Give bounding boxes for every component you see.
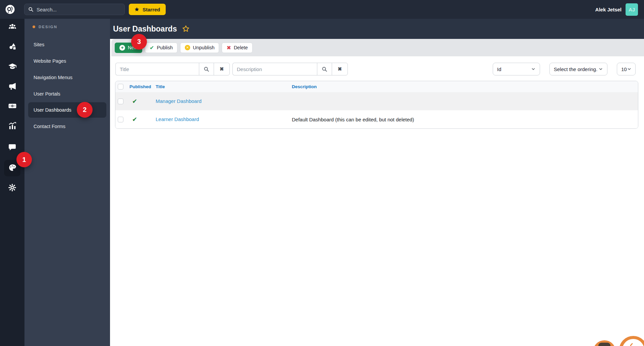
- published-check-icon: ✔: [127, 98, 156, 105]
- design-sidebar: DESIGN Sites Website Pages Navigation Me…: [24, 19, 110, 346]
- shapes-icon: [8, 42, 16, 52]
- sidebar-item-navigation-menus[interactable]: Navigation Menus: [28, 70, 106, 85]
- action-toolbar: + New ✔ Publish ✕ Unpublish ✖ Delete: [111, 39, 644, 56]
- filter-row: ✖ ✖ Id Select the ordering. 10: [115, 63, 636, 75]
- chevron-down-icon: [531, 67, 536, 71]
- chart-icon: [8, 121, 17, 131]
- chat-icon: [8, 143, 16, 153]
- sidebar-item-contact-forms[interactable]: Contact Forms: [28, 119, 106, 134]
- step-badge-1: 1: [16, 152, 32, 167]
- search-input[interactable]: [37, 7, 121, 12]
- unpublish-button[interactable]: ✕ Unpublish: [180, 43, 219, 53]
- ordering-value: Select the ordering.: [554, 66, 597, 72]
- circle-x-icon: ✕: [185, 45, 190, 50]
- table-header-row: Published Title Description: [115, 81, 638, 92]
- sidebar-item-label: User Portals: [34, 91, 60, 97]
- clear-x-icon: ✖: [338, 66, 342, 72]
- publish-button[interactable]: ✔ Publish: [145, 43, 177, 53]
- column-header-title[interactable]: Title: [156, 84, 292, 89]
- row-checkbox[interactable]: [118, 99, 123, 104]
- clear-x-icon: ✖: [220, 66, 224, 72]
- global-search: [24, 4, 125, 15]
- description-filter-group: ✖: [232, 63, 348, 75]
- chevron-down-icon: [627, 67, 632, 71]
- user-name: Alek Jetsel: [595, 7, 622, 12]
- plus-icon: +: [119, 45, 125, 51]
- id-sort-value: Id: [497, 66, 501, 72]
- sidebar-item-label: User Dashboards: [34, 107, 71, 113]
- row-checkbox[interactable]: [118, 117, 123, 122]
- sidebar-item-user-dashboards[interactable]: User Dashboards: [28, 102, 106, 118]
- main-content: User Dashboards + New ✔ Publish ✕ Unpubl…: [110, 19, 644, 346]
- delete-button-label: Delete: [234, 45, 248, 50]
- search-icon: [28, 7, 34, 12]
- title-filter-group: ✖: [115, 63, 230, 75]
- starred-label: Starred: [143, 7, 160, 12]
- top-bar: Starred Alek Jetsel AJ: [0, 0, 644, 19]
- palette-icon: [8, 163, 17, 173]
- search-icon: [322, 66, 327, 72]
- column-header-published[interactable]: Published: [127, 84, 156, 89]
- column-header-description[interactable]: Description: [292, 84, 638, 89]
- elephant-outline-icon: [622, 339, 644, 346]
- page-size-value: 10: [621, 66, 627, 72]
- delete-button[interactable]: ✖ Delete: [222, 43, 252, 53]
- sidebar-section-design: DESIGN: [33, 25, 57, 29]
- rail-item-users[interactable]: [0, 20, 24, 35]
- title-clear-button[interactable]: ✖: [214, 63, 230, 75]
- sidebar-item-label: Sites: [34, 42, 44, 47]
- dashboard-link[interactable]: Learner Dashboard: [156, 116, 199, 122]
- star-filled-icon: [134, 7, 140, 12]
- chat-bubble-icon: [598, 343, 610, 346]
- sidebar-item-label: Navigation Menus: [34, 75, 72, 80]
- sidebar-item-website-pages[interactable]: Website Pages: [28, 53, 106, 69]
- description-clear-button[interactable]: ✖: [332, 63, 348, 75]
- chevron-down-icon: [598, 67, 603, 71]
- table-row: ✔ Manager Dashboard: [115, 92, 638, 110]
- select-all-checkbox[interactable]: [118, 84, 123, 90]
- page-header: User Dashboards: [110, 19, 644, 39]
- step-badge-3: 3: [131, 34, 147, 50]
- id-sort-select[interactable]: Id: [493, 63, 540, 75]
- sidebar-item-label: Website Pages: [34, 58, 66, 64]
- money-icon: [8, 102, 17, 112]
- rail-item-analytics[interactable]: [0, 119, 24, 134]
- section-dot-icon: [33, 25, 35, 28]
- x-icon: ✖: [226, 45, 231, 51]
- step-badge-2: 2: [77, 102, 93, 118]
- icon-rail: [0, 19, 24, 346]
- description-search-button[interactable]: [317, 63, 332, 75]
- starred-button[interactable]: Starred: [129, 4, 166, 15]
- elephant-logo-icon[interactable]: [5, 4, 15, 15]
- users-icon: [8, 22, 17, 33]
- rail-item-learning[interactable]: [0, 60, 24, 74]
- graduation-cap-icon: [8, 62, 17, 72]
- title-search-button[interactable]: [199, 63, 214, 75]
- page-size-select[interactable]: 10: [617, 63, 636, 75]
- rail-item-content[interactable]: [0, 40, 24, 54]
- dashboards-table: Published Title Description ✔ Manager Da…: [115, 81, 638, 129]
- gear-icon: [8, 183, 16, 193]
- check-icon: ✔: [150, 45, 154, 51]
- sidebar-item-label: Contact Forms: [34, 124, 65, 129]
- title-filter-input[interactable]: [115, 63, 199, 75]
- page-title: User Dashboards: [113, 24, 177, 34]
- rail-item-settings[interactable]: [0, 181, 24, 195]
- megaphone-icon: [8, 82, 17, 92]
- dashboard-link[interactable]: Manager Dashboard: [156, 98, 202, 104]
- description-filter-input[interactable]: [232, 63, 317, 75]
- sidebar-item-user-portals[interactable]: User Portals: [28, 86, 106, 102]
- sidebar-item-sites[interactable]: Sites: [28, 37, 106, 52]
- rail-item-marketing[interactable]: [0, 79, 24, 94]
- ordering-select[interactable]: Select the ordering.: [549, 63, 607, 75]
- user-avatar[interactable]: AJ: [626, 3, 638, 16]
- section-label: DESIGN: [39, 25, 57, 29]
- rail-item-billing[interactable]: [0, 99, 24, 114]
- publish-button-label: Publish: [157, 45, 173, 50]
- table-row: ✔ Learner Dashboard Default Dashboard (t…: [115, 110, 638, 128]
- unpublish-button-label: Unpublish: [193, 45, 215, 50]
- favorite-star-icon[interactable]: [182, 25, 190, 33]
- dashboard-description: Default Dashboard (this can be edited, b…: [292, 117, 638, 122]
- published-check-icon: ✔: [127, 116, 156, 123]
- app-window: Starred Alek Jetsel AJ: [0, 0, 644, 346]
